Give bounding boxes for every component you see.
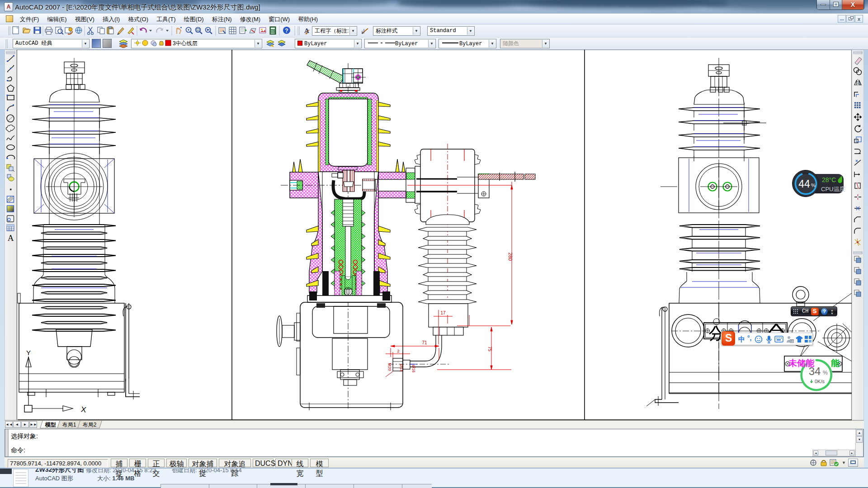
svg-text:2: 2 xyxy=(397,349,399,353)
svg-text:%: % xyxy=(823,370,828,376)
svg-text:16: 16 xyxy=(790,340,794,343)
svg-text:A: A xyxy=(8,233,14,243)
svg-text:?: ? xyxy=(285,28,288,34)
svg-text:71: 71 xyxy=(422,340,427,345)
svg-text:17: 17 xyxy=(440,310,446,315)
svg-text:280: 280 xyxy=(508,253,513,261)
svg-text:Ø16: Ø16 xyxy=(411,365,416,372)
svg-text:0K/s: 0K/s xyxy=(815,379,825,384)
svg-text:M20: M20 xyxy=(387,363,392,371)
svg-text:75: 75 xyxy=(487,346,492,352)
svg-text:44: 44 xyxy=(798,178,810,190)
svg-text:X: X xyxy=(80,405,87,414)
svg-text:%: % xyxy=(811,183,816,188)
svg-text:Y: Y xyxy=(26,349,31,357)
